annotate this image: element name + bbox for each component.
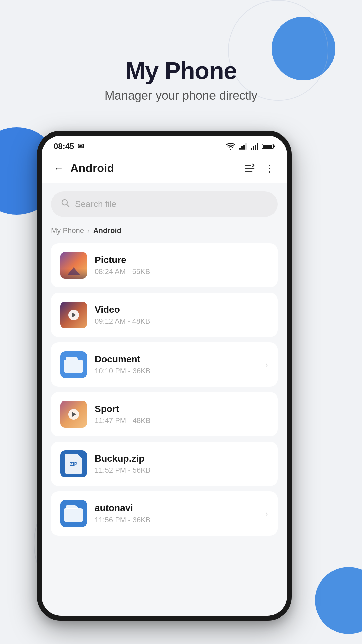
nav-right: ⋮	[244, 162, 275, 174]
file-name: autonavi	[95, 503, 258, 514]
sort-icon[interactable]	[244, 163, 255, 173]
list-item[interactable]: Picture 08:24 AM - 55KB	[51, 243, 278, 287]
play-button-icon	[68, 409, 79, 420]
list-item[interactable]: autonavi 11:56 PM - 36KB ›	[51, 491, 278, 536]
file-meta: 08:24 AM - 55KB	[95, 267, 268, 276]
file-info: Document 10:10 PM - 36KB	[95, 354, 258, 375]
svg-rect-5	[253, 146, 254, 150]
svg-rect-6	[255, 145, 256, 150]
search-bar[interactable]: Search file	[51, 191, 278, 217]
file-meta: 10:10 PM - 36KB	[95, 367, 258, 375]
phone-mockup: 08:45 ✉	[37, 131, 292, 621]
file-thumb-autonavi	[60, 500, 87, 527]
folder-icon	[64, 505, 83, 522]
file-thumb-document	[60, 351, 87, 378]
file-info: Picture 08:24 AM - 55KB	[95, 255, 268, 276]
svg-rect-9	[273, 145, 275, 147]
phone-screen: 08:45 ✉	[42, 136, 287, 616]
mail-icon: ✉	[77, 142, 84, 151]
file-name: Document	[95, 354, 258, 365]
folder-icon	[64, 357, 83, 373]
file-name: Video	[95, 304, 268, 315]
file-info: Buckup.zip 11:52 PM - 56KB	[95, 453, 268, 475]
battery-icon	[262, 143, 275, 150]
search-icon-svg	[61, 199, 70, 207]
file-name: Buckup.zip	[95, 453, 268, 464]
header-area: My Phone Manager your phone directly	[0, 57, 362, 103]
file-thumb-sport	[60, 401, 87, 428]
wifi-icon	[226, 143, 235, 150]
status-time: 08:45	[54, 142, 74, 151]
svg-rect-10	[263, 145, 272, 148]
nav-title: Android	[70, 162, 114, 175]
content-area: Search file My Phone › Android	[42, 183, 287, 616]
svg-rect-0	[239, 148, 241, 150]
file-info: Video 09:12 AM - 48KB	[95, 304, 268, 326]
phone-frame: 08:45 ✉	[37, 131, 292, 621]
file-name: Sport	[95, 404, 268, 414]
status-bar: 08:45 ✉	[42, 136, 287, 155]
nav-bar: ← Android ⋮	[42, 155, 287, 183]
breadcrumb-current: Android	[93, 226, 121, 235]
nav-left: ← Android	[54, 162, 114, 175]
list-item[interactable]: Video 09:12 AM - 48KB	[51, 293, 278, 337]
zip-file-icon: ZIP	[65, 454, 82, 474]
list-item[interactable]: ZIP Buckup.zip 11:52 PM - 56KB	[51, 442, 278, 486]
page-title: My Phone	[0, 57, 362, 85]
list-item[interactable]: Sport 11:47 PM - 48KB	[51, 392, 278, 436]
status-time-area: 08:45 ✉	[54, 142, 84, 151]
svg-rect-1	[241, 146, 243, 150]
decorative-circle-bottom-right	[315, 567, 362, 634]
chevron-right-icon: ›	[265, 360, 268, 369]
file-thumb-picture	[60, 252, 87, 279]
file-meta: 11:47 PM - 48KB	[95, 416, 268, 425]
file-list: Picture 08:24 AM - 55KB	[51, 243, 278, 536]
breadcrumb: My Phone › Android	[51, 226, 278, 235]
status-icons	[226, 143, 275, 150]
more-button[interactable]: ⋮	[265, 162, 275, 174]
play-button-icon	[68, 310, 79, 320]
svg-rect-3	[245, 143, 247, 150]
svg-rect-7	[257, 143, 258, 150]
page-subtitle: Manager your phone directly	[0, 89, 362, 103]
search-placeholder: Search file	[75, 199, 116, 209]
signal-icon-2	[251, 143, 258, 150]
signal-icon-1	[239, 143, 247, 150]
file-info: autonavi 11:56 PM - 36KB	[95, 503, 258, 524]
list-item[interactable]: Document 10:10 PM - 36KB ›	[51, 342, 278, 387]
search-icon	[61, 199, 70, 210]
file-meta: 11:52 PM - 56KB	[95, 466, 268, 475]
svg-rect-2	[243, 145, 245, 150]
file-info: Sport 11:47 PM - 48KB	[95, 404, 268, 425]
svg-rect-4	[251, 148, 252, 150]
breadcrumb-separator: ›	[87, 227, 90, 235]
svg-line-15	[67, 204, 69, 207]
file-name: Picture	[95, 255, 268, 265]
back-button[interactable]: ←	[54, 163, 64, 174]
file-thumb-video	[60, 302, 87, 328]
file-thumb-zip: ZIP	[60, 450, 87, 477]
breadcrumb-root[interactable]: My Phone	[51, 226, 84, 235]
file-meta: 09:12 AM - 48KB	[95, 317, 268, 326]
chevron-right-icon: ›	[265, 509, 268, 518]
file-meta: 11:56 PM - 36KB	[95, 516, 258, 524]
